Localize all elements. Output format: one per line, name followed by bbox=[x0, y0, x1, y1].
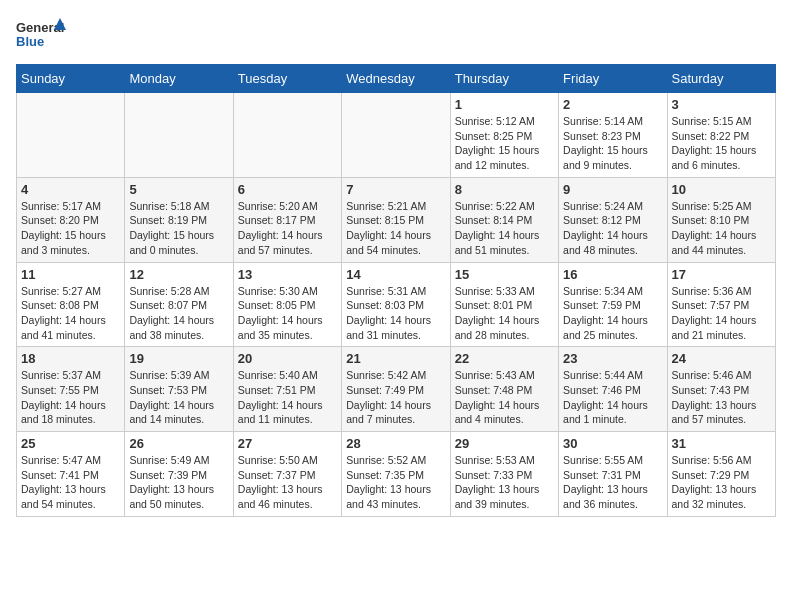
day-info: Sunrise: 5:49 AM Sunset: 7:39 PM Dayligh… bbox=[129, 453, 228, 512]
day-info: Sunrise: 5:55 AM Sunset: 7:31 PM Dayligh… bbox=[563, 453, 662, 512]
calendar-cell bbox=[125, 93, 233, 178]
day-header-monday: Monday bbox=[125, 65, 233, 93]
day-info: Sunrise: 5:28 AM Sunset: 8:07 PM Dayligh… bbox=[129, 284, 228, 343]
day-number: 10 bbox=[672, 182, 771, 197]
day-number: 3 bbox=[672, 97, 771, 112]
logo: General Blue bbox=[16, 16, 66, 56]
day-number: 24 bbox=[672, 351, 771, 366]
day-number: 22 bbox=[455, 351, 554, 366]
calendar-cell: 3Sunrise: 5:15 AM Sunset: 8:22 PM Daylig… bbox=[667, 93, 775, 178]
calendar-cell: 23Sunrise: 5:44 AM Sunset: 7:46 PM Dayli… bbox=[559, 347, 667, 432]
calendar-cell: 26Sunrise: 5:49 AM Sunset: 7:39 PM Dayli… bbox=[125, 432, 233, 517]
week-row-1: 1Sunrise: 5:12 AM Sunset: 8:25 PM Daylig… bbox=[17, 93, 776, 178]
calendar-cell: 18Sunrise: 5:37 AM Sunset: 7:55 PM Dayli… bbox=[17, 347, 125, 432]
calendar-cell: 5Sunrise: 5:18 AM Sunset: 8:19 PM Daylig… bbox=[125, 177, 233, 262]
day-info: Sunrise: 5:44 AM Sunset: 7:46 PM Dayligh… bbox=[563, 368, 662, 427]
header: General Blue bbox=[16, 16, 776, 56]
day-number: 18 bbox=[21, 351, 120, 366]
day-info: Sunrise: 5:30 AM Sunset: 8:05 PM Dayligh… bbox=[238, 284, 337, 343]
calendar-cell: 30Sunrise: 5:55 AM Sunset: 7:31 PM Dayli… bbox=[559, 432, 667, 517]
day-info: Sunrise: 5:24 AM Sunset: 8:12 PM Dayligh… bbox=[563, 199, 662, 258]
day-info: Sunrise: 5:43 AM Sunset: 7:48 PM Dayligh… bbox=[455, 368, 554, 427]
calendar-cell: 7Sunrise: 5:21 AM Sunset: 8:15 PM Daylig… bbox=[342, 177, 450, 262]
day-header-sunday: Sunday bbox=[17, 65, 125, 93]
day-number: 29 bbox=[455, 436, 554, 451]
day-info: Sunrise: 5:42 AM Sunset: 7:49 PM Dayligh… bbox=[346, 368, 445, 427]
day-number: 25 bbox=[21, 436, 120, 451]
day-info: Sunrise: 5:21 AM Sunset: 8:15 PM Dayligh… bbox=[346, 199, 445, 258]
calendar-cell: 24Sunrise: 5:46 AM Sunset: 7:43 PM Dayli… bbox=[667, 347, 775, 432]
calendar-cell: 14Sunrise: 5:31 AM Sunset: 8:03 PM Dayli… bbox=[342, 262, 450, 347]
day-number: 8 bbox=[455, 182, 554, 197]
calendar-cell: 1Sunrise: 5:12 AM Sunset: 8:25 PM Daylig… bbox=[450, 93, 558, 178]
day-info: Sunrise: 5:20 AM Sunset: 8:17 PM Dayligh… bbox=[238, 199, 337, 258]
svg-text:Blue: Blue bbox=[16, 34, 44, 49]
calendar-cell: 21Sunrise: 5:42 AM Sunset: 7:49 PM Dayli… bbox=[342, 347, 450, 432]
day-number: 9 bbox=[563, 182, 662, 197]
day-header-friday: Friday bbox=[559, 65, 667, 93]
calendar-cell: 10Sunrise: 5:25 AM Sunset: 8:10 PM Dayli… bbox=[667, 177, 775, 262]
day-info: Sunrise: 5:14 AM Sunset: 8:23 PM Dayligh… bbox=[563, 114, 662, 173]
calendar-cell: 16Sunrise: 5:34 AM Sunset: 7:59 PM Dayli… bbox=[559, 262, 667, 347]
day-number: 6 bbox=[238, 182, 337, 197]
day-number: 19 bbox=[129, 351, 228, 366]
day-info: Sunrise: 5:40 AM Sunset: 7:51 PM Dayligh… bbox=[238, 368, 337, 427]
calendar-cell: 22Sunrise: 5:43 AM Sunset: 7:48 PM Dayli… bbox=[450, 347, 558, 432]
day-number: 31 bbox=[672, 436, 771, 451]
calendar-cell: 25Sunrise: 5:47 AM Sunset: 7:41 PM Dayli… bbox=[17, 432, 125, 517]
calendar-cell bbox=[342, 93, 450, 178]
day-info: Sunrise: 5:36 AM Sunset: 7:57 PM Dayligh… bbox=[672, 284, 771, 343]
calendar-cell: 4Sunrise: 5:17 AM Sunset: 8:20 PM Daylig… bbox=[17, 177, 125, 262]
calendar-cell: 11Sunrise: 5:27 AM Sunset: 8:08 PM Dayli… bbox=[17, 262, 125, 347]
day-header-tuesday: Tuesday bbox=[233, 65, 341, 93]
calendar-cell: 19Sunrise: 5:39 AM Sunset: 7:53 PM Dayli… bbox=[125, 347, 233, 432]
calendar-cell: 12Sunrise: 5:28 AM Sunset: 8:07 PM Dayli… bbox=[125, 262, 233, 347]
day-info: Sunrise: 5:33 AM Sunset: 8:01 PM Dayligh… bbox=[455, 284, 554, 343]
day-number: 28 bbox=[346, 436, 445, 451]
day-info: Sunrise: 5:15 AM Sunset: 8:22 PM Dayligh… bbox=[672, 114, 771, 173]
week-row-4: 18Sunrise: 5:37 AM Sunset: 7:55 PM Dayli… bbox=[17, 347, 776, 432]
week-row-2: 4Sunrise: 5:17 AM Sunset: 8:20 PM Daylig… bbox=[17, 177, 776, 262]
day-number: 11 bbox=[21, 267, 120, 282]
calendar-cell: 31Sunrise: 5:56 AM Sunset: 7:29 PM Dayli… bbox=[667, 432, 775, 517]
calendar-cell: 2Sunrise: 5:14 AM Sunset: 8:23 PM Daylig… bbox=[559, 93, 667, 178]
day-info: Sunrise: 5:22 AM Sunset: 8:14 PM Dayligh… bbox=[455, 199, 554, 258]
day-number: 30 bbox=[563, 436, 662, 451]
day-header-saturday: Saturday bbox=[667, 65, 775, 93]
day-header-thursday: Thursday bbox=[450, 65, 558, 93]
day-number: 12 bbox=[129, 267, 228, 282]
day-number: 26 bbox=[129, 436, 228, 451]
day-info: Sunrise: 5:52 AM Sunset: 7:35 PM Dayligh… bbox=[346, 453, 445, 512]
day-number: 17 bbox=[672, 267, 771, 282]
day-number: 23 bbox=[563, 351, 662, 366]
calendar-cell: 17Sunrise: 5:36 AM Sunset: 7:57 PM Dayli… bbox=[667, 262, 775, 347]
calendar-cell: 29Sunrise: 5:53 AM Sunset: 7:33 PM Dayli… bbox=[450, 432, 558, 517]
day-info: Sunrise: 5:18 AM Sunset: 8:19 PM Dayligh… bbox=[129, 199, 228, 258]
day-number: 2 bbox=[563, 97, 662, 112]
week-row-3: 11Sunrise: 5:27 AM Sunset: 8:08 PM Dayli… bbox=[17, 262, 776, 347]
calendar-cell: 9Sunrise: 5:24 AM Sunset: 8:12 PM Daylig… bbox=[559, 177, 667, 262]
day-number: 4 bbox=[21, 182, 120, 197]
day-info: Sunrise: 5:34 AM Sunset: 7:59 PM Dayligh… bbox=[563, 284, 662, 343]
day-info: Sunrise: 5:25 AM Sunset: 8:10 PM Dayligh… bbox=[672, 199, 771, 258]
calendar: SundayMondayTuesdayWednesdayThursdayFrid… bbox=[16, 64, 776, 517]
day-number: 21 bbox=[346, 351, 445, 366]
day-number: 14 bbox=[346, 267, 445, 282]
day-info: Sunrise: 5:27 AM Sunset: 8:08 PM Dayligh… bbox=[21, 284, 120, 343]
day-headers-row: SundayMondayTuesdayWednesdayThursdayFrid… bbox=[17, 65, 776, 93]
day-number: 13 bbox=[238, 267, 337, 282]
day-info: Sunrise: 5:31 AM Sunset: 8:03 PM Dayligh… bbox=[346, 284, 445, 343]
day-number: 27 bbox=[238, 436, 337, 451]
calendar-cell bbox=[17, 93, 125, 178]
day-info: Sunrise: 5:12 AM Sunset: 8:25 PM Dayligh… bbox=[455, 114, 554, 173]
calendar-cell: 13Sunrise: 5:30 AM Sunset: 8:05 PM Dayli… bbox=[233, 262, 341, 347]
day-info: Sunrise: 5:39 AM Sunset: 7:53 PM Dayligh… bbox=[129, 368, 228, 427]
calendar-cell: 8Sunrise: 5:22 AM Sunset: 8:14 PM Daylig… bbox=[450, 177, 558, 262]
week-row-5: 25Sunrise: 5:47 AM Sunset: 7:41 PM Dayli… bbox=[17, 432, 776, 517]
calendar-cell bbox=[233, 93, 341, 178]
day-info: Sunrise: 5:56 AM Sunset: 7:29 PM Dayligh… bbox=[672, 453, 771, 512]
day-info: Sunrise: 5:37 AM Sunset: 7:55 PM Dayligh… bbox=[21, 368, 120, 427]
day-info: Sunrise: 5:50 AM Sunset: 7:37 PM Dayligh… bbox=[238, 453, 337, 512]
calendar-cell: 20Sunrise: 5:40 AM Sunset: 7:51 PM Dayli… bbox=[233, 347, 341, 432]
day-header-wednesday: Wednesday bbox=[342, 65, 450, 93]
